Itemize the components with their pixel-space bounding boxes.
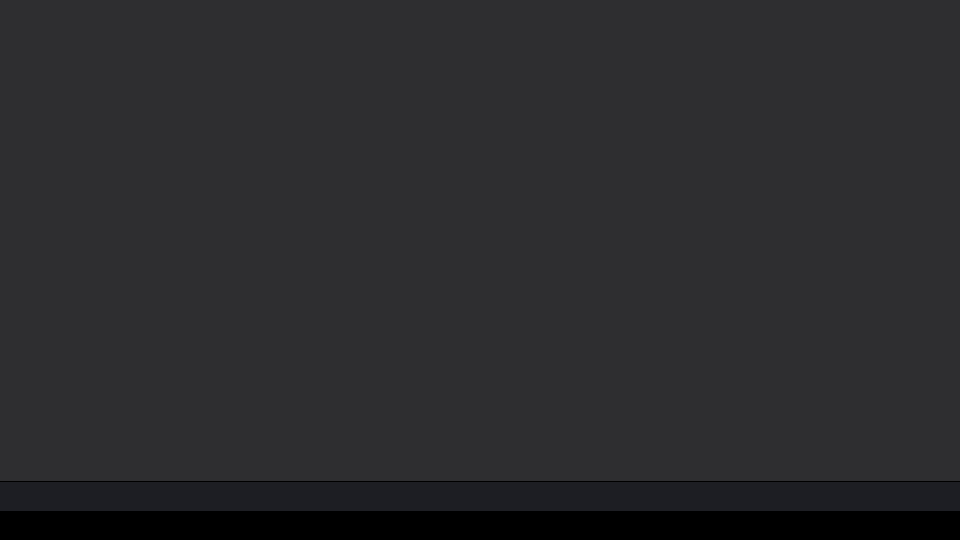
windows-taskbar xyxy=(0,481,960,511)
cakewalk-main-window xyxy=(0,0,960,481)
screen xyxy=(0,0,960,540)
